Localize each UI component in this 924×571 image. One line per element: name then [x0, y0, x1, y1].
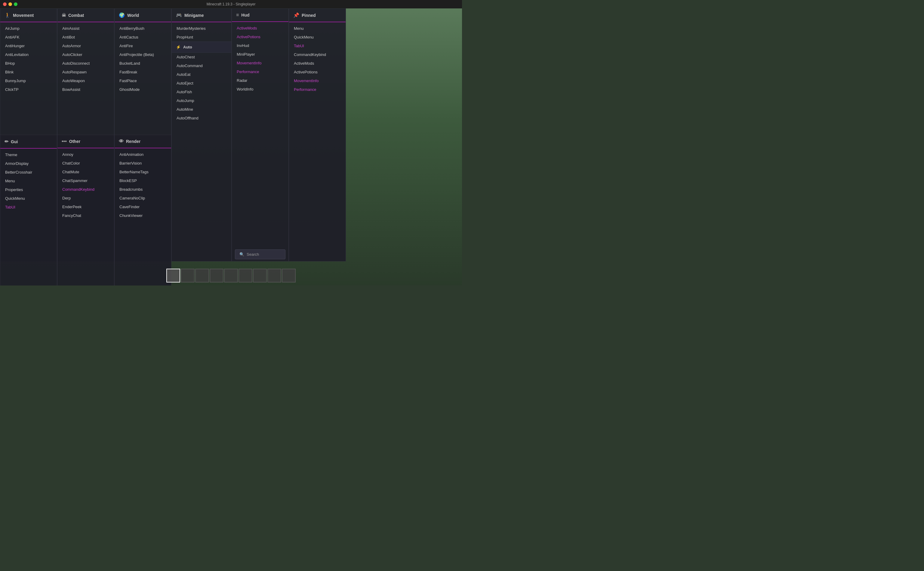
hotbar-slot[interactable]: [181, 269, 195, 282]
list-item[interactable]: BowAssist: [57, 85, 114, 94]
hotbar-slot[interactable]: [253, 269, 267, 282]
list-item[interactable]: AutoOffhand: [172, 114, 231, 122]
minimize-button[interactable]: [8, 2, 12, 6]
list-item[interactable]: AutoChest: [172, 52, 231, 62]
auto-sub-header: ⚡ Auto: [172, 42, 231, 52]
other-icon: •••: [62, 139, 67, 144]
list-item[interactable]: TabUI: [289, 42, 346, 50]
list-item[interactable]: Performance: [289, 85, 346, 94]
list-item[interactable]: AutoRespawn: [57, 68, 114, 76]
hud-panel: ≡ Hud ActiveMods ActivePotions InvHud Mi…: [232, 8, 289, 261]
list-item[interactable]: AntiCactus: [115, 33, 171, 42]
list-item[interactable]: AutoClicker: [57, 50, 114, 59]
list-item[interactable]: PropHunt: [172, 33, 231, 42]
list-item[interactable]: ActivePotions: [289, 68, 346, 76]
list-item[interactable]: FancyChat: [57, 211, 114, 220]
hud-search[interactable]: 🔍 Search: [235, 249, 285, 259]
list-item[interactable]: Menu: [0, 177, 57, 185]
list-item[interactable]: CameraNoClip: [115, 194, 171, 202]
list-item[interactable]: FastPlace: [115, 76, 171, 85]
list-item[interactable]: BetterNameTags: [115, 168, 171, 176]
close-button[interactable]: [3, 2, 7, 6]
list-item[interactable]: BunnyJump: [0, 76, 57, 85]
hotbar-slot[interactable]: [282, 269, 296, 282]
list-item[interactable]: ChatSpammer: [57, 176, 114, 185]
list-item[interactable]: FastBreak: [115, 68, 171, 76]
list-item[interactable]: BlockESP: [115, 176, 171, 185]
list-item[interactable]: ActivePotions: [232, 32, 288, 41]
list-item[interactable]: AimAssist: [57, 24, 114, 33]
list-item[interactable]: CaveFinder: [115, 202, 171, 211]
list-item[interactable]: MurderMysteries: [172, 24, 231, 33]
list-item[interactable]: AutoWeapon: [57, 76, 114, 85]
list-item[interactable]: AutoJump: [172, 96, 231, 105]
list-item[interactable]: Derp: [57, 194, 114, 202]
list-item[interactable]: ChatColor: [57, 159, 114, 168]
world-label: World: [127, 13, 139, 18]
list-item[interactable]: EnderPeek: [57, 202, 114, 211]
maximize-button[interactable]: [14, 2, 17, 6]
list-item[interactable]: InvHud: [232, 41, 288, 50]
list-item[interactable]: Menu: [289, 24, 346, 33]
minigame-header: 🎮 Minigame: [172, 9, 231, 22]
list-item[interactable]: MovementInfo: [232, 59, 288, 67]
hotbar-slot[interactable]: [239, 269, 253, 282]
list-item[interactable]: BarrierVision: [115, 159, 171, 168]
list-item[interactable]: AntiProjectile (Beta): [115, 50, 171, 59]
list-item[interactable]: AutoEat: [172, 70, 231, 79]
list-item[interactable]: ArmorDisplay: [0, 159, 57, 168]
hud-icon: ≡: [236, 12, 239, 18]
list-item[interactable]: AutoEject: [172, 79, 231, 88]
list-item[interactable]: AirJump: [0, 24, 57, 33]
list-item[interactable]: TabUI: [0, 203, 57, 211]
list-item[interactable]: AutoFish: [172, 88, 231, 96]
pinned-header: 📌 Pinned: [289, 9, 346, 22]
list-item[interactable]: AutoDisconnect: [57, 59, 114, 68]
list-item[interactable]: Theme: [0, 150, 57, 159]
list-item[interactable]: QuickMenu: [0, 194, 57, 203]
list-item[interactable]: Radar: [232, 76, 288, 85]
list-item[interactable]: Performance: [232, 67, 288, 76]
list-item[interactable]: CommandKeybind: [289, 50, 346, 59]
list-item[interactable]: ChatMute: [57, 168, 114, 176]
hotbar-slot[interactable]: [166, 269, 180, 282]
list-item[interactable]: WorldInfo: [232, 85, 288, 94]
list-item[interactable]: MiniPlayer: [232, 50, 288, 59]
pinned-icon: 📌: [293, 12, 299, 18]
list-item[interactable]: ActiveMods: [232, 24, 288, 32]
list-item[interactable]: BHop: [0, 59, 57, 68]
list-item[interactable]: AntiBot: [57, 33, 114, 42]
list-item[interactable]: AntiAFK: [0, 33, 57, 42]
other-panel: ••• Other Annoy ChatColor ChatMute ChatS…: [57, 135, 114, 286]
hotbar-slot[interactable]: [195, 269, 209, 282]
list-item[interactable]: CommandKeybind: [57, 185, 114, 194]
list-item[interactable]: AntiBerryBush: [115, 24, 171, 33]
list-item[interactable]: MovementInfo: [289, 76, 346, 85]
list-item[interactable]: Blink: [0, 68, 57, 76]
hotbar-slot[interactable]: [267, 269, 281, 282]
list-item[interactable]: BetterCrosshair: [0, 168, 57, 177]
list-item[interactable]: AutoMine: [172, 105, 231, 114]
list-item[interactable]: AntiFire: [115, 42, 171, 50]
list-item[interactable]: BucketLand: [115, 59, 171, 68]
list-item[interactable]: ActiveMods: [289, 59, 346, 68]
list-item[interactable]: ChunkViewer: [115, 211, 171, 220]
list-item[interactable]: AutoArmor: [57, 42, 114, 50]
gui-items: Theme ArmorDisplay BetterCrosshair Menu …: [0, 149, 57, 286]
list-item[interactable]: AutoCommand: [172, 62, 231, 70]
list-item[interactable]: AntiAnimation: [115, 150, 171, 159]
list-item[interactable]: AntiLevitation: [0, 50, 57, 59]
list-item[interactable]: Properties: [0, 185, 57, 194]
window-controls[interactable]: [3, 2, 17, 6]
list-item[interactable]: QuickMenu: [289, 33, 346, 42]
render-items: AntiAnimation BarrierVision BetterNameTa…: [115, 148, 171, 286]
list-item[interactable]: Breadcrumbs: [115, 185, 171, 194]
hotbar: [166, 269, 296, 282]
list-item[interactable]: AntiHunger: [0, 42, 57, 50]
hotbar-slot[interactable]: [224, 269, 238, 282]
hotbar-slot[interactable]: [209, 269, 223, 282]
hud-header: ≡ Hud: [232, 9, 288, 22]
list-item[interactable]: GhostMode: [115, 85, 171, 94]
list-item[interactable]: ClickTP: [0, 85, 57, 94]
list-item[interactable]: Annoy: [57, 150, 114, 159]
